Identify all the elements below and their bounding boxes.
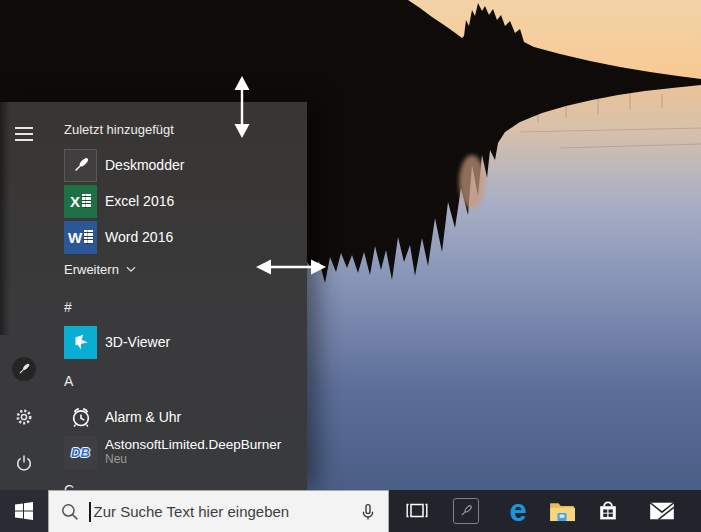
pinned-quill-icon [453, 498, 479, 524]
section-letter-hash[interactable]: # [64, 299, 72, 315]
settings-button[interactable] [0, 399, 48, 435]
app-row-3d-viewer[interactable]: 3D-Viewer [64, 324, 299, 360]
app-row-deepburner[interactable]: DB AstonsoftLimited.DeepBurner Neu [64, 435, 299, 469]
task-view-button[interactable] [398, 490, 436, 532]
app-row-alarm[interactable]: Alarm & Uhr [64, 399, 299, 435]
pinned-deskmodder-button[interactable] [447, 490, 485, 532]
hamburger-menu-button[interactable] [0, 116, 48, 152]
windows-logo-icon [14, 501, 34, 521]
search-input[interactable] [92, 502, 324, 521]
microphone-button[interactable] [358, 502, 378, 522]
microphone-icon [358, 502, 378, 522]
desktop-screen: Zuletzt hinzugefügt Deskmodder X [0, 0, 701, 532]
hamburger-icon [15, 127, 33, 141]
new-badge: Neu [105, 453, 281, 467]
deskmodder-quill-icon [64, 149, 97, 182]
mail-envelope-icon [649, 501, 675, 521]
folder-icon [549, 500, 575, 522]
file-explorer-button[interactable] [543, 490, 581, 532]
taskbar: e [0, 490, 701, 532]
app-row-word[interactable]: W Word 2016 [64, 219, 299, 255]
start-button[interactable] [0, 490, 48, 532]
microsoft-store-button[interactable] [589, 490, 627, 532]
power-icon [14, 453, 34, 473]
excel-icon: X [64, 185, 97, 218]
section-letter-a[interactable]: A [64, 373, 73, 389]
app-row-excel[interactable]: X Excel 2016 [64, 183, 299, 219]
start-menu-rail [0, 102, 48, 490]
edge-browser-button[interactable]: e [499, 490, 537, 532]
text-caret [89, 502, 91, 522]
word-icon: W [64, 221, 97, 254]
search-icon [60, 502, 80, 522]
edge-icon: e [509, 495, 526, 526]
section-letter-c[interactable]: C [64, 482, 74, 490]
mail-button[interactable] [643, 490, 681, 532]
start-menu: Zuletzt hinzugefügt Deskmodder X [0, 102, 307, 490]
gear-icon [14, 407, 34, 427]
taskbar-search-box[interactable] [48, 490, 389, 532]
task-view-icon [405, 501, 429, 521]
start-menu-app-list: Zuletzt hinzugefügt Deskmodder X [64, 102, 299, 490]
app-row-deskmodder[interactable]: Deskmodder [64, 147, 299, 183]
profile-button[interactable] [0, 351, 48, 387]
chevron-down-icon [126, 266, 136, 273]
alarm-clock-icon [64, 401, 97, 434]
deepburner-db-icon: DB [64, 436, 97, 469]
quill-profile-icon [12, 357, 36, 381]
expand-toggle[interactable]: Erweitern [64, 262, 136, 277]
recent-header: Zuletzt hinzugefügt [64, 122, 174, 137]
store-icon [596, 499, 620, 523]
origami-bird-icon [64, 326, 97, 359]
power-button[interactable] [0, 445, 48, 481]
